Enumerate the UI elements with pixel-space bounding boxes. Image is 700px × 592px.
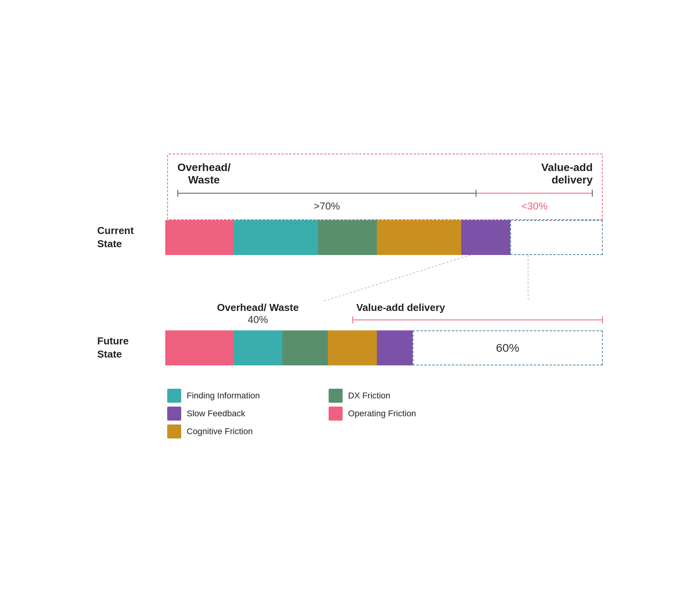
diagram-container: Overhead/ Waste Value-add delivery >70% … — [97, 154, 603, 438]
value-pct-label: <30% — [476, 200, 593, 212]
future-waste-pct: 40% — [248, 314, 268, 326]
legend-swatch-operating — [329, 407, 343, 421]
future-state-label: FutureState — [97, 335, 165, 361]
legend-item-cognitive: Cognitive Friction — [167, 424, 298, 438]
current-seg-finding — [234, 220, 318, 255]
legend-label-operating: Operating Friction — [348, 409, 416, 419]
future-value-dashed: 60% — [413, 330, 603, 365]
current-state-row: CurrentState — [97, 220, 603, 255]
top-annotation-box: Overhead/ Waste Value-add delivery >70% … — [167, 154, 603, 220]
future-bar-area: 60% — [165, 330, 603, 365]
legend-item-slow: Slow Feedback — [167, 407, 298, 421]
current-value-dashed — [510, 220, 603, 255]
waste-pct-label: >70% — [177, 200, 476, 212]
legend: Finding Information DX Friction Slow Fee… — [167, 389, 459, 438]
legend-label-dx: DX Friction — [348, 391, 390, 401]
current-seg-dx — [318, 220, 377, 255]
future-overhead-label: Overhead/ Waste — [217, 302, 299, 314]
future-seg-cognitive — [328, 330, 376, 365]
current-bar-area — [165, 220, 603, 255]
connector-svg — [97, 255, 603, 302]
current-seg-slow — [461, 220, 510, 255]
future-seg-slow — [377, 330, 413, 365]
legend-item-dx: DX Friction — [329, 389, 459, 403]
legend-swatch-cognitive — [167, 424, 181, 438]
value-add-label: Value-add delivery — [541, 161, 593, 186]
top-ruler — [177, 189, 593, 198]
legend-swatch-dx — [329, 389, 343, 403]
top-percent-row: >70% <30% — [177, 200, 593, 212]
future-seg-dx — [282, 330, 328, 365]
spacer — [97, 255, 603, 302]
future-seg-finding — [234, 330, 282, 365]
legend-swatch-slow — [167, 407, 181, 421]
overhead-waste-label: Overhead/ Waste — [177, 161, 231, 186]
future-value-label: Value-add delivery — [356, 302, 603, 314]
top-labels-row: Overhead/ Waste Value-add delivery — [177, 161, 593, 186]
ruler-waste-segment — [178, 193, 476, 194]
current-state-label: CurrentState — [97, 224, 165, 251]
legend-label-slow: Slow Feedback — [187, 409, 245, 419]
current-bar — [165, 220, 603, 255]
legend-item-finding: Finding Information — [167, 389, 298, 403]
svg-line-0 — [322, 255, 471, 302]
future-seg-operating — [165, 330, 234, 365]
ruler-value-segment — [476, 193, 592, 194]
future-state-row: FutureState 60% — [97, 330, 603, 365]
current-seg-operating — [165, 220, 234, 255]
legend-item-operating: Operating Friction — [329, 407, 459, 421]
ruler-end-tick — [592, 190, 593, 197]
legend-label-finding: Finding Information — [187, 391, 260, 401]
future-annotation: Overhead/ Waste 40% Value-add delivery — [167, 302, 603, 327]
current-seg-cognitive — [377, 220, 462, 255]
legend-label-cognitive: Cognitive Friction — [187, 426, 253, 437]
future-value-col: Value-add delivery — [348, 302, 603, 327]
future-bar: 60% — [165, 330, 603, 365]
legend-swatch-finding — [167, 389, 181, 403]
future-top-row: Overhead/ Waste 40% Value-add delivery — [167, 302, 603, 327]
future-value-pct: 60% — [496, 341, 519, 355]
future-waste-col: Overhead/ Waste 40% — [167, 302, 348, 327]
